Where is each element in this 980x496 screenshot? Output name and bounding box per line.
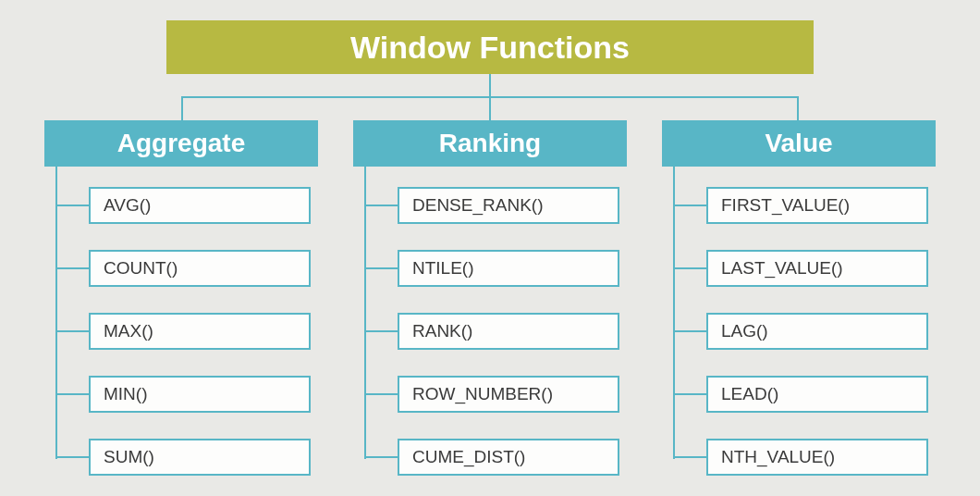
item-branch [55, 393, 89, 395]
item-trunk [673, 167, 675, 459]
category-header-value: Value [662, 120, 936, 167]
item-branch [55, 456, 89, 458]
item-branch [673, 205, 706, 206]
function-item: NTILE() [398, 250, 619, 287]
item-branch [673, 330, 706, 332]
item-branch [55, 205, 89, 206]
category-value: Value FIRST_VALUE() LAST_VALUE() LAG() L… [662, 120, 936, 476]
item-branch [55, 330, 89, 332]
function-item: NTH_VALUE() [706, 439, 928, 476]
connector-drop-rank [489, 96, 491, 120]
connector-drop-value [797, 96, 799, 120]
category-header-aggregate: Aggregate [44, 120, 318, 167]
category-header-ranking: Ranking [353, 120, 627, 167]
function-item: LAG() [706, 313, 928, 350]
item-branch [673, 456, 706, 458]
function-item: COUNT() [89, 250, 311, 287]
items-ranking: DENSE_RANK() NTILE() RANK() ROW_NUMBER()… [353, 187, 627, 476]
item-branch [673, 393, 706, 395]
function-item: CUME_DIST() [398, 439, 619, 476]
item-branch [364, 330, 398, 332]
item-branch [364, 267, 398, 269]
item-branch [364, 393, 398, 395]
category-aggregate: Aggregate AVG() COUNT() MAX() MIN() SUM(… [44, 120, 318, 476]
function-item: AVG() [89, 187, 311, 224]
function-item: LEAD() [706, 376, 928, 413]
item-branch [364, 205, 398, 206]
connector-drop-agg [181, 96, 183, 120]
function-item: ROW_NUMBER() [398, 376, 619, 413]
items-aggregate: AVG() COUNT() MAX() MIN() SUM() [44, 187, 318, 476]
function-item: LAST_VALUE() [706, 250, 928, 287]
connector-root-down [489, 74, 491, 96]
function-item: DENSE_RANK() [398, 187, 619, 224]
item-branch [364, 456, 398, 458]
function-item: RANK() [398, 313, 619, 350]
root-title: Window Functions [166, 20, 814, 74]
item-branch [673, 267, 706, 269]
item-trunk [364, 167, 366, 459]
function-item: SUM() [89, 439, 311, 476]
category-ranking: Ranking DENSE_RANK() NTILE() RANK() ROW_… [353, 120, 627, 476]
function-item: MIN() [89, 376, 311, 413]
items-value: FIRST_VALUE() LAST_VALUE() LAG() LEAD() … [662, 187, 936, 476]
item-trunk [55, 167, 57, 459]
item-branch [55, 267, 89, 269]
function-item: FIRST_VALUE() [706, 187, 928, 224]
function-item: MAX() [89, 313, 311, 350]
